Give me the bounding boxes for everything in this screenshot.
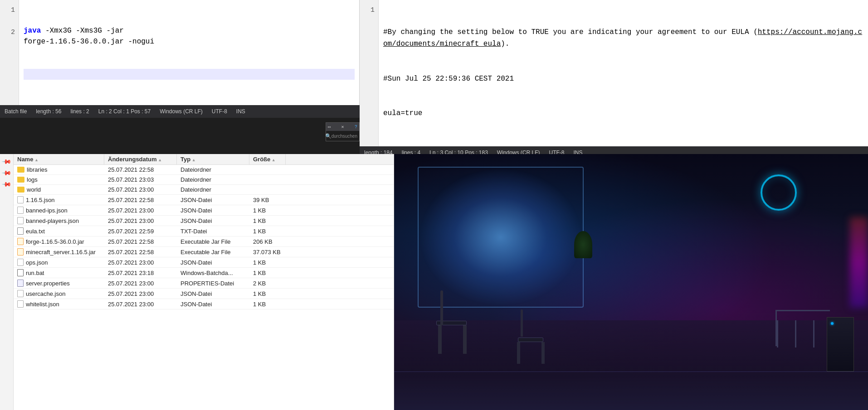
json-icon	[17, 196, 24, 203]
left-line-numbers: 1 2	[0, 0, 19, 105]
chair-2	[512, 309, 549, 364]
file-row[interactable]: usercache.json 25.07.2021 23:00 JSON-Dat…	[14, 289, 394, 299]
jar-icon	[17, 248, 24, 256]
file-row[interactable]: whitelist.json 25.07.2021 23:00 JSON-Dat…	[14, 299, 394, 309]
file-row[interactable]: server.properties 25.07.2021 23:00 PROPE…	[14, 278, 394, 289]
jar-icon	[17, 238, 24, 245]
plant	[574, 231, 592, 258]
file-type: PROPERTIES-Datei	[177, 278, 249, 288]
file-name: server.properties	[14, 278, 104, 288]
neon-circle	[761, 174, 797, 211]
file-date: 25.07.2021 23:00	[104, 257, 177, 267]
file-size: 1 KB	[249, 299, 286, 309]
col-type[interactable]: Typ	[177, 154, 249, 164]
file-name: minecraft_server.1.16.5.jar	[14, 247, 104, 257]
left-length: length : 56	[36, 108, 61, 115]
eula-link[interactable]: https://account.mojang.com/documents/min…	[383, 28, 862, 48]
neon-right-accent	[850, 217, 868, 308]
right-editor-content: 1 #By changing the setting below to TRUE…	[360, 0, 868, 146]
file-size: 1 KB	[249, 216, 286, 226]
file-name: 1.16.5.json	[14, 195, 104, 205]
file-row[interactable]: forge-1.16.5-36.0.0.jar 25.07.2021 22:58…	[14, 236, 394, 247]
file-size	[249, 185, 286, 194]
left-cursor: Ln : 2 Col : 1 Pos : 57	[98, 108, 151, 115]
left-file-type: Batch file	[5, 108, 27, 115]
file-table-header: Name Änderungsdatum Typ Größe	[14, 154, 394, 165]
file-type: JSON-Datei	[177, 205, 249, 215]
file-size: 2 KB	[249, 278, 286, 288]
json-icon	[17, 217, 24, 224]
file-name: run.bat	[14, 268, 104, 278]
keyword-java: java	[24, 27, 41, 35]
file-row[interactable]: eula.txt 25.07.2021 22:59 TXT-Datei 1 KB	[14, 226, 394, 236]
file-name: banned-ips.json	[14, 205, 104, 215]
folder-icon	[17, 177, 24, 183]
mini-window-minimize[interactable]: ▭	[328, 124, 331, 130]
left-editor-content: 1 2 java -Xmx3G -Xms3G -jarforge-1.16.5-…	[0, 0, 359, 105]
json-icon	[17, 207, 24, 214]
file-row[interactable]: 1.16.5.json 25.07.2021 22:58 JSON-Datei …	[14, 195, 394, 205]
file-rows-container: libraries 25.07.2021 22:58 Dateiordner l…	[14, 165, 394, 309]
right-editor: 1 #By changing the setting below to TRUE…	[360, 0, 868, 146]
folder-icon	[17, 187, 24, 193]
search-icon: 🔍	[325, 133, 332, 139]
file-type: JSON-Datei	[177, 195, 249, 205]
file-row[interactable]: ops.json 25.07.2021 23:00 JSON-Datei 1 K…	[14, 257, 394, 268]
file-type: Executable Jar File	[177, 236, 249, 246]
pin-icon-2[interactable]: 📌	[1, 167, 12, 178]
file-date: 25.07.2021 22:58	[104, 195, 177, 205]
file-row[interactable]: libraries 25.07.2021 22:58 Dateiordner	[14, 165, 394, 175]
left-lines: lines : 2	[70, 108, 89, 115]
col-name[interactable]: Name	[14, 154, 104, 164]
file-type: JSON-Datei	[177, 299, 249, 309]
file-size: 37.073 KB	[249, 247, 286, 257]
code-line-1: java -Xmx3G -Xms3G -jarforge-1.16.5-36.0…	[24, 25, 355, 47]
chair-1	[432, 290, 473, 354]
railing	[775, 310, 830, 346]
file-size: 1 KB	[249, 257, 286, 267]
mini-window-help[interactable]: ?	[355, 125, 357, 130]
file-type: Executable Jar File	[177, 247, 249, 257]
file-type: JSON-Datei	[177, 257, 249, 267]
wallpaper-panel	[394, 154, 868, 410]
pin-icon-1[interactable]: 📌	[1, 156, 12, 167]
line-number-1: 1	[0, 4, 19, 18]
file-type: JSON-Datei	[177, 216, 249, 226]
pc-tower	[827, 317, 854, 371]
txt-icon	[17, 227, 24, 235]
file-row[interactable]: run.bat 25.07.2021 23:18 Windows-Batchda…	[14, 268, 394, 278]
file-row[interactable]: logs 25.07.2021 23:03 Dateiordner	[14, 175, 394, 185]
explorer-main: 📌 📌 📌 Name Änderungsdatum Typ Größe libr…	[0, 154, 394, 410]
code-line-2[interactable]	[24, 69, 355, 80]
bat-icon	[17, 269, 24, 276]
file-date: 25.07.2021 22:59	[104, 226, 177, 236]
floor-reflection	[394, 371, 868, 410]
folder-icon	[17, 167, 24, 173]
right-code-line-2: #Sun Jul 25 22:59:36 CEST 2021	[383, 73, 863, 85]
file-name: banned-players.json	[14, 216, 104, 226]
file-size	[249, 175, 286, 184]
right-code-line-1: #By changing the setting below to TRUE y…	[383, 27, 863, 50]
file-size	[249, 165, 286, 174]
file-row[interactable]: banned-ips.json 25.07.2021 23:00 JSON-Da…	[14, 205, 394, 216]
file-name: eula.txt	[14, 226, 104, 236]
left-charset: UTF-8	[212, 108, 227, 115]
file-size: 1 KB	[249, 205, 286, 215]
file-name: libraries	[14, 165, 104, 174]
right-line-number-1: 1	[360, 4, 378, 18]
file-row[interactable]: minecraft_server.1.16.5.jar 25.07.2021 2…	[14, 247, 394, 257]
left-encoding: Windows (CR LF)	[160, 108, 203, 115]
file-date: 25.07.2021 23:00	[104, 278, 177, 288]
left-code-area[interactable]: java -Xmx3G -Xms3G -jarforge-1.16.5-36.0…	[19, 0, 359, 105]
file-type: Dateiordner	[177, 165, 249, 174]
pin-icon-3[interactable]: 📌	[1, 178, 12, 189]
file-size: 206 KB	[249, 236, 286, 246]
mini-window-close[interactable]: ✕	[341, 124, 344, 130]
col-size[interactable]: Größe	[249, 154, 286, 164]
pin-column: 📌 📌 📌	[0, 154, 14, 410]
col-date[interactable]: Änderungsdatum	[104, 154, 177, 164]
file-row[interactable]: world 25.07.2021 23:00 Dateiordner	[14, 185, 394, 195]
file-row[interactable]: banned-players.json 25.07.2021 23:00 JSO…	[14, 216, 394, 226]
mini-search-text: durchsuchen	[332, 134, 357, 139]
right-code-area[interactable]: #By changing the setting below to TRUE y…	[379, 0, 868, 146]
